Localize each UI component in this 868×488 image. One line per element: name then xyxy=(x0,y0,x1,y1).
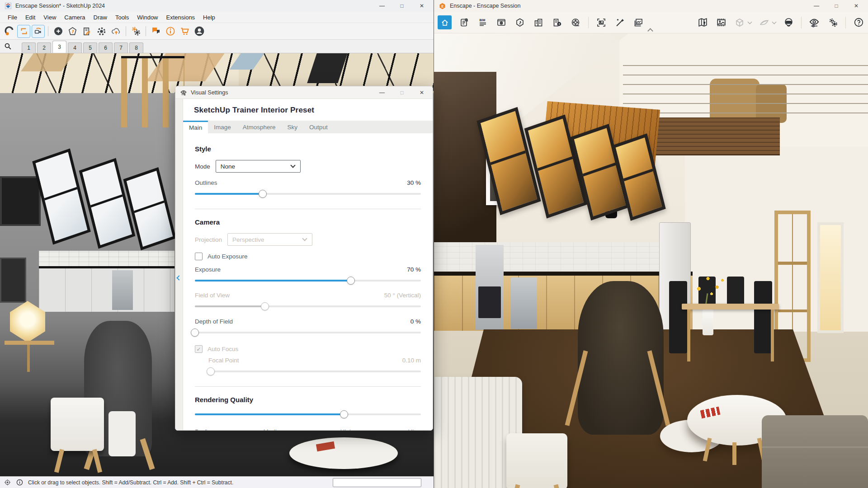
enscape-window-title: Enscape - Enscape Session xyxy=(450,3,520,9)
su-appliance xyxy=(112,270,133,310)
material-library-icon[interactable] xyxy=(80,25,94,38)
menu-tools[interactable]: Tools xyxy=(111,13,133,22)
close-button[interactable]: ✕ xyxy=(412,86,432,99)
about-icon[interactable] xyxy=(164,25,177,38)
collapse-toolbar-icon[interactable] xyxy=(647,28,653,34)
dof-slider[interactable] xyxy=(195,328,421,337)
geolocation-icon[interactable] xyxy=(4,479,11,486)
menu-draw[interactable]: Draw xyxy=(90,13,111,22)
dof-label: Depth of Field xyxy=(195,318,233,325)
slider-track[interactable] xyxy=(195,332,421,333)
exposure-slider[interactable] xyxy=(195,277,421,285)
minimize-button[interactable]: — xyxy=(372,86,392,99)
scene-tab-8[interactable]: 8 xyxy=(129,42,143,53)
screenshot-icon[interactable] xyxy=(595,17,607,28)
menu-window[interactable]: Window xyxy=(133,13,162,22)
enscape-window: Enscape - Enscape Session — □ ✕ BIM xyxy=(434,0,868,488)
visual-settings-eye-icon[interactable] xyxy=(808,17,820,28)
help-icon[interactable] xyxy=(853,17,864,28)
chevron-down-icon[interactable] xyxy=(772,19,777,24)
chevron-down-icon[interactable] xyxy=(748,19,752,24)
tab-sky[interactable]: Sky xyxy=(282,121,304,133)
tab-output[interactable]: Output xyxy=(303,121,334,133)
search-icon[interactable] xyxy=(4,42,12,51)
asset-library-icon[interactable] xyxy=(514,17,526,28)
mode-select[interactable]: None xyxy=(216,160,301,173)
mono-panorama-icon[interactable] xyxy=(715,17,727,28)
menu-extensions[interactable]: Extensions xyxy=(162,13,199,22)
scene-tab-1[interactable]: 1 xyxy=(22,42,36,53)
upgrades-icon[interactable] xyxy=(551,17,563,28)
menu-edit[interactable]: Edit xyxy=(21,13,39,22)
synchronize-updates-icon[interactable] xyxy=(17,25,30,38)
outlines-slider-handle[interactable] xyxy=(259,190,267,198)
synchronize-views-icon[interactable] xyxy=(32,25,45,38)
scene-tab-5[interactable]: 5 xyxy=(83,42,97,53)
enscape-objects-icon[interactable] xyxy=(95,25,108,38)
en-countertop xyxy=(434,272,693,276)
buildings-icon[interactable] xyxy=(533,17,544,28)
orthographic-views-icon[interactable] xyxy=(734,17,745,28)
fly-mode-icon[interactable] xyxy=(758,17,770,28)
quality-slider-handle[interactable] xyxy=(340,410,348,418)
cloud-upload-icon[interactable] xyxy=(109,25,123,38)
menu-camera[interactable]: Camera xyxy=(60,13,89,22)
batch-render-icon[interactable] xyxy=(632,17,644,28)
dof-slider-handle[interactable] xyxy=(191,328,199,337)
scene-tab-4[interactable]: 4 xyxy=(68,42,82,53)
scene-tab-3[interactable]: 3 xyxy=(52,41,66,53)
measurements-input[interactable] xyxy=(333,478,421,487)
exposure-slider-handle[interactable] xyxy=(347,277,355,285)
enscape-start-icon[interactable] xyxy=(3,25,16,38)
video-editor-icon[interactable] xyxy=(570,17,581,28)
menu-file[interactable]: File xyxy=(4,13,21,22)
auto-exposure-checkbox[interactable] xyxy=(195,253,203,260)
quality-slider[interactable] xyxy=(195,410,421,418)
toolbar-separator xyxy=(588,17,589,28)
visual-settings-titlebar[interactable]: Visual Settings — □ ✕ xyxy=(175,86,433,99)
tab-main[interactable]: Main xyxy=(183,121,208,133)
tab-image[interactable]: Image xyxy=(208,121,237,133)
add-asset-icon[interactable] xyxy=(52,25,65,38)
svg-text:BIM: BIM xyxy=(480,19,486,22)
close-button[interactable]: ✕ xyxy=(412,0,432,12)
menu-view[interactable]: View xyxy=(39,13,60,22)
fov-slider-handle xyxy=(261,302,269,310)
en-dishwasher xyxy=(511,277,537,329)
toolbar-separator xyxy=(48,26,48,36)
menu-help[interactable]: Help xyxy=(199,13,219,22)
scene-manager-icon[interactable] xyxy=(458,17,470,28)
scene-tab-2[interactable]: 2 xyxy=(37,42,51,53)
asset-library-icon[interactable] xyxy=(66,25,79,38)
outlines-slider[interactable] xyxy=(195,190,421,198)
feedback-icon[interactable] xyxy=(149,25,162,38)
enscape-settings-icon[interactable] xyxy=(129,25,142,38)
dialog-window-controls: — □ ✕ xyxy=(372,86,432,99)
bim-mode-icon[interactable]: BIM xyxy=(477,17,489,28)
minimize-button[interactable]: — xyxy=(807,0,826,12)
panorama-map-icon[interactable] xyxy=(697,17,708,28)
window-mullion xyxy=(623,169,653,181)
minimize-button[interactable]: — xyxy=(372,0,392,12)
scene-tab-7[interactable]: 7 xyxy=(114,42,128,53)
outlines-label: Outlines xyxy=(195,179,217,186)
info-icon[interactable] xyxy=(16,479,24,486)
visual-settings-window-icon[interactable] xyxy=(495,17,507,28)
expand-presets-icon[interactable] xyxy=(176,275,181,280)
scene-tab-6[interactable]: 6 xyxy=(99,42,113,53)
screen: Enscape Session* - SketchUp 2024 — □ ✕ F… xyxy=(0,0,868,488)
vr-headset-icon[interactable] xyxy=(783,17,794,28)
enscape-viewport[interactable] xyxy=(434,33,868,488)
close-button[interactable]: ✕ xyxy=(846,0,866,12)
account-icon[interactable] xyxy=(193,25,206,38)
shop-cart-icon[interactable] xyxy=(178,25,191,38)
maximize-button[interactable]: □ xyxy=(392,0,412,12)
tab-atmosphere[interactable]: Atmosphere xyxy=(237,121,282,133)
render-image-icon[interactable] xyxy=(614,17,626,28)
eye-icon xyxy=(180,89,187,96)
general-settings-icon[interactable] xyxy=(827,17,839,28)
maximize-button[interactable]: □ xyxy=(826,0,846,12)
maximize-button[interactable]: □ xyxy=(392,86,412,99)
home-icon[interactable] xyxy=(438,15,452,29)
window-mullion xyxy=(90,194,123,207)
